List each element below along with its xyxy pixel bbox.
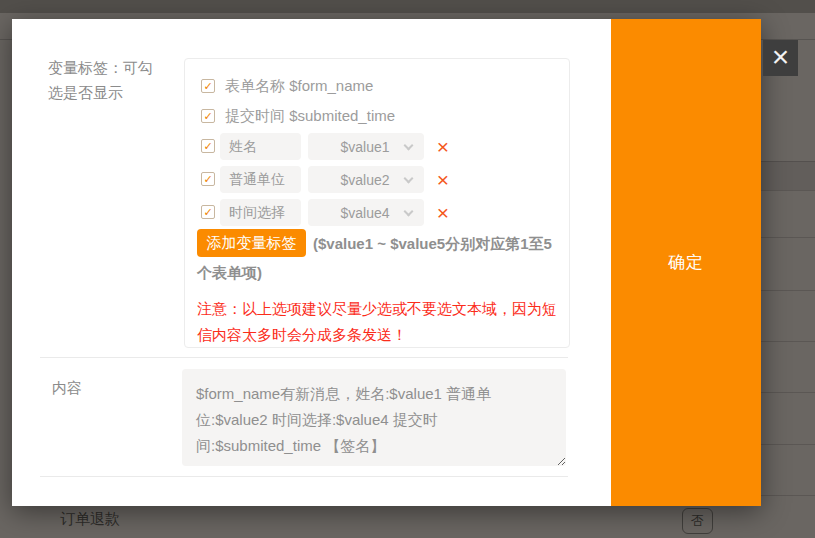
close-button[interactable]: × — [763, 40, 798, 76]
screen: 订单退款 否 变量标签：可勾选是否显示 ✓ 表单名称 $form_name ✓ … — [0, 0, 815, 538]
value-select[interactable]: $value2 — [308, 166, 424, 193]
variable-section-label: 变量标签：可勾选是否显示 — [48, 55, 162, 105]
no-button-label: 否 — [691, 512, 704, 530]
sms-variable-dialog: 变量标签：可勾选是否显示 ✓ 表单名称 $form_name ✓ 提交时间 $s… — [12, 19, 761, 506]
dimmed-table-header-band — [761, 161, 815, 190]
sms-length-warning: 注意：以上选项建议尽量少选或不要选文本域，因为短信内容太多时会分成多条发送！ — [197, 296, 559, 348]
dimmed-table-row-line — [761, 190, 815, 191]
dimmed-table-row-line — [761, 290, 815, 291]
variable-row-checkbox[interactable]: ✓ — [201, 205, 215, 219]
check-icon: ✓ — [203, 81, 212, 92]
dimmed-table-row-line — [761, 392, 815, 393]
field-name-input[interactable]: 姓名 — [220, 133, 301, 160]
section-divider — [40, 476, 568, 477]
remove-row-icon[interactable]: × — [433, 134, 453, 159]
close-icon: × — [772, 42, 790, 72]
value-select-text: $value2 — [340, 172, 389, 188]
add-variable-row: 添加变量标签 ($value1 ~ $value5分别对应第1至5个表单项) — [197, 229, 565, 287]
value-select-text: $value1 — [340, 139, 389, 155]
value-select[interactable]: $value4 — [308, 199, 424, 226]
dimmed-table-row-line — [761, 341, 815, 342]
fixed-option-row: ✓ 提交时间 $submited_time — [201, 108, 395, 124]
variable-mapping-row: ✓ 时间选择 $value4 × — [201, 199, 215, 226]
dimmed-page-header — [0, 0, 815, 13]
check-icon: ✓ — [203, 207, 212, 218]
check-icon: ✓ — [203, 174, 212, 185]
check-icon: ✓ — [203, 141, 212, 152]
confirm-button-label: 确定 — [668, 251, 704, 274]
chevron-down-icon — [404, 207, 414, 217]
section-divider — [40, 357, 568, 358]
background-no-button[interactable]: 否 — [682, 508, 713, 534]
chevron-down-icon — [404, 174, 414, 184]
sms-content-textarea[interactable]: $form_name有新消息，姓名:$value1 普通单位:$value2 时… — [182, 369, 566, 466]
remove-row-icon[interactable]: × — [433, 200, 453, 225]
content-section-label: 内容 — [52, 375, 82, 400]
add-variable-button[interactable]: 添加变量标签 — [197, 229, 306, 257]
chevron-down-icon — [404, 141, 414, 151]
variable-row-checkbox[interactable]: ✓ — [201, 139, 215, 153]
variable-mapping-row: ✓ 普通单位 $value2 × — [201, 166, 215, 193]
dimmed-table-row-line — [761, 495, 815, 496]
dimmed-table-row-line — [761, 444, 815, 445]
confirm-button[interactable]: 确定 — [611, 19, 761, 506]
form-name-checkbox[interactable]: ✓ — [201, 79, 215, 93]
variable-row-checkbox[interactable]: ✓ — [201, 172, 215, 186]
value-select-text: $value4 — [340, 205, 389, 221]
dimmed-table-row-line — [761, 161, 815, 162]
submit-time-checkbox[interactable]: ✓ — [201, 109, 215, 123]
variable-options-box: ✓ 表单名称 $form_name ✓ 提交时间 $submited_time … — [184, 58, 570, 348]
variable-mapping-row: ✓ 姓名 $value1 × — [201, 133, 215, 160]
check-icon: ✓ — [203, 111, 212, 122]
remove-row-icon[interactable]: × — [433, 167, 453, 192]
value-select[interactable]: $value1 — [308, 133, 424, 160]
field-name-input[interactable]: 普通单位 — [220, 166, 301, 193]
fixed-option-row: ✓ 表单名称 $form_name — [201, 78, 373, 94]
fixed-option-label: 表单名称 $form_name — [225, 77, 373, 96]
field-name-input[interactable]: 时间选择 — [220, 199, 301, 226]
background-row-label: 订单退款 — [60, 510, 120, 529]
fixed-option-label: 提交时间 $submited_time — [225, 107, 395, 126]
dimmed-table-row-line — [761, 237, 815, 238]
